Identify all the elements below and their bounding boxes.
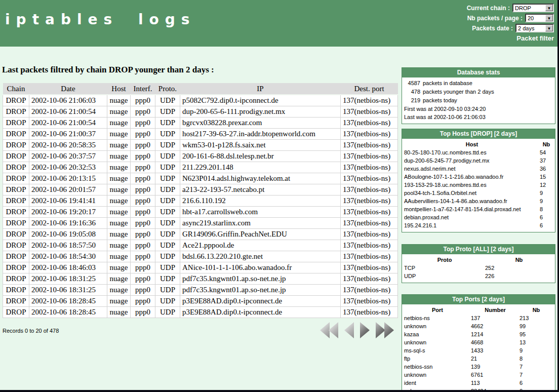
cell-chain: DROP	[3, 262, 29, 273]
cell-host: nuage	[107, 285, 131, 296]
cell-proto: UDP	[155, 173, 180, 184]
cell-proto: UDP	[155, 129, 180, 140]
packets-date-select[interactable]: 2 days ▼	[515, 24, 554, 32]
cell-dest-port: 137(netbios-ns)	[341, 184, 398, 195]
nb-packets-select[interactable]: 20 ▼	[525, 14, 554, 22]
top-host-row: ABoulogne-107-1-1-216.abo.wanadoo.fr 15	[404, 173, 553, 181]
table-row: DROP 2002-10-06 19:41:41 nuage ppp0 UDP …	[3, 195, 398, 207]
cell-date: 2002-10-06 19:16:36	[29, 218, 107, 229]
left-arrow-icon	[344, 322, 354, 338]
cell-ip: pdf7c35.kngwnt01.ap.so-net.ne.jp	[180, 273, 341, 285]
cell-chain: DROP	[3, 307, 29, 318]
cell-date: 2002-10-06 18:31:25	[29, 285, 107, 296]
cell-date: 2002-10-06 21:00:54	[29, 106, 107, 117]
cell-chain: DROP	[3, 273, 29, 285]
table-row: DROP 2002-10-06 20:32:53 nuage ppp0 UDP …	[3, 162, 398, 173]
cell-ip: pdf7c35.kngwnt01.ap.so-net.ne.jp	[180, 285, 341, 296]
cell-interface: ppp0	[131, 273, 155, 285]
cell-ip: 216.6.110.192	[180, 195, 341, 207]
cell-proto: UDP	[155, 117, 180, 129]
cell-host: nuage	[107, 95, 131, 106]
cell-chain: DROP	[3, 151, 29, 162]
double-right-arrow-icon	[376, 322, 385, 338]
cell-dest-port: 137(netbios-ns)	[341, 229, 398, 240]
stats-sidebar: Database stats 4587packets in database 4…	[402, 67, 555, 392]
cell-chain: DROP	[3, 173, 29, 184]
cell-interface: ppp0	[131, 195, 155, 207]
cell-proto: UDP	[155, 262, 180, 273]
last-page-button[interactable]	[376, 322, 394, 338]
cell-chain: DROP	[3, 296, 29, 307]
first-page-button[interactable]	[320, 322, 338, 338]
cell-chain: DROP	[3, 207, 29, 218]
cell-interface: ppp0	[131, 117, 155, 129]
cell-proto: UDP	[155, 296, 180, 307]
cell-date: 2002-10-06 20:32:53	[29, 162, 107, 173]
cell-date: 2002-10-06 19:05:08	[29, 229, 107, 240]
cell-ip: Ace21.pppool.de	[180, 240, 341, 251]
cell-dest-port: 137(netbios-ns)	[341, 140, 398, 151]
table-row: DROP 2002-10-06 18:31:25 nuage ppp0 UDP …	[3, 285, 398, 296]
previous-page-button[interactable]	[344, 322, 354, 338]
packet-filter-link[interactable]: Packet filter	[516, 34, 554, 42]
table-row: DROP 2002-10-06 21:00:54 nuage ppp0 UDP …	[3, 117, 398, 129]
cell-ip: p3E9E88AD.dip0.t-ipconnect.de	[180, 307, 341, 318]
cell-date: 2002-10-06 20:58:35	[29, 140, 107, 151]
cell-host: nuage	[107, 229, 131, 240]
table-row: DROP 2002-10-06 18:46:03 nuage ppp0 UDP …	[3, 262, 398, 273]
column-header: Date	[29, 83, 107, 95]
cell-host: nuage	[107, 162, 131, 173]
chevron-down-icon: ▼	[545, 25, 553, 31]
next-page-button[interactable]	[360, 322, 370, 338]
top-hosts-box: Top Hosts [DROP] [2 days] Host Nb 80-25-…	[402, 129, 555, 232]
cell-date: 2002-10-06 18:46:03	[29, 262, 107, 273]
cell-proto: UDP	[155, 307, 180, 318]
top-port-row: ftp 21 8	[404, 355, 553, 363]
double-left-arrow-icon	[320, 322, 330, 338]
cell-dest-port: 137(netbios-ns)	[341, 296, 398, 307]
nb-packets-label: Nb packets / page :	[467, 15, 523, 22]
packets-date-value: 2 days	[516, 25, 545, 31]
header-controls: Current chain : DROP ▼ Nb packets / page…	[467, 4, 554, 42]
table-row: DROP 2002-10-06 21:00:37 nuage ppp0 UDP …	[3, 129, 398, 140]
top-proto-box: Top Proto [ALL] [2 days] Proto Nb TCP 25…	[402, 244, 555, 283]
top-port-row: unknown 4662 99	[404, 322, 553, 330]
table-row: DROP 2002-10-06 18:54:30 nuage ppp0 UDP …	[3, 251, 398, 262]
chevron-down-icon: ▼	[545, 5, 553, 11]
top-proto-row: TCP 252	[404, 264, 553, 272]
cell-proto: UDP	[155, 195, 180, 207]
top-proto-rows: TCP 252 UDP 226	[404, 264, 553, 280]
cell-interface: ppp0	[131, 184, 155, 195]
cell-dest-port: 137(netbios-ns)	[341, 151, 398, 162]
table-row: DROP 2002-10-06 20:13:15 nuage ppp0 UDP …	[3, 173, 398, 184]
cell-dest-port: 137(netbios-ns)	[341, 251, 398, 262]
last-packet-text: Last was at 2002-10-06 21:06:03	[404, 113, 553, 121]
top-host-row: nexus.adsl.nerim.net 36	[404, 165, 553, 173]
cell-dest-port: 137(netbios-ns)	[341, 273, 398, 285]
cell-ip: N623P014.adsl.highway.telekom.at	[180, 173, 341, 184]
stat-line: 219packets today	[404, 96, 553, 105]
cell-date: 2002-10-06 20:13:15	[29, 173, 107, 184]
table-row: DROP 2002-10-06 18:31:25 nuage ppp0 UDP …	[3, 273, 398, 285]
database-stats-title: Database stats	[402, 68, 555, 77]
cell-ip: wkm53-01-p128.fs.saix.net	[180, 140, 341, 151]
cell-interface: ppp0	[131, 218, 155, 229]
table-row: DROP 2002-10-06 20:01:57 nuage ppp0 UDP …	[3, 184, 398, 195]
packets-date-label: Packets date :	[472, 25, 513, 32]
cell-dest-port: 137(netbios-ns)	[341, 117, 398, 129]
cell-date: 2002-10-06 18:28:45	[29, 296, 107, 307]
table-row: DROP 2002-10-06 21:00:54 nuage ppp0 UDP …	[3, 106, 398, 117]
current-chain-select[interactable]: DROP ▼	[512, 4, 554, 12]
top-proto-title: Top Proto [ALL] [2 days]	[402, 245, 555, 254]
cell-proto: UDP	[155, 95, 180, 106]
cell-dest-port: 137(netbios-ns)	[341, 285, 398, 296]
cell-host: nuage	[107, 307, 131, 318]
cell-date: 2002-10-06 21:00:37	[29, 129, 107, 140]
cell-proto: UDP	[155, 273, 180, 285]
cell-host: nuage	[107, 129, 131, 140]
column-header: Chain	[3, 83, 29, 95]
table-row: DROP 2002-10-06 19:05:08 nuage ppp0 UDP …	[3, 229, 398, 240]
cell-host: nuage	[107, 240, 131, 251]
table-row: DROP 2002-10-06 20:58:35 nuage ppp0 UDP …	[3, 140, 398, 151]
cell-ip: bdsl.66.13.220.210.gte.net	[180, 251, 341, 262]
